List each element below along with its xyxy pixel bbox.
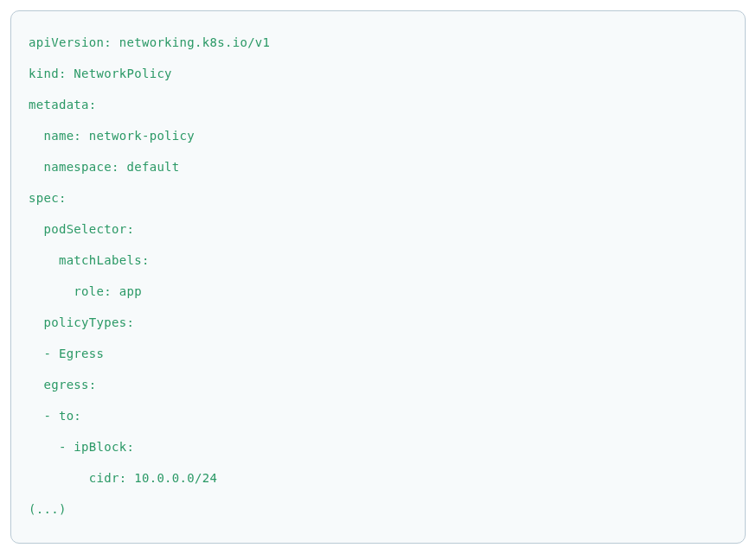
code-line: egress: [29, 369, 727, 400]
code-line: matchLabels: [29, 245, 727, 276]
code-line: name: network-policy [29, 120, 727, 151]
code-line: cidr: 10.0.0.0/24 [29, 462, 727, 494]
code-line: role: app [29, 276, 727, 307]
code-line: apiVersion: networking.k8s.io/v1 [29, 27, 727, 58]
code-line: namespace: default [29, 151, 727, 182]
code-line: kind: NetworkPolicy [29, 58, 727, 89]
code-line: - Egress [29, 338, 727, 369]
code-block: apiVersion: networking.k8s.io/v1 kind: N… [10, 10, 746, 544]
code-line: (...) [29, 494, 727, 525]
code-line: spec: [29, 182, 727, 213]
code-line: podSelector: [29, 213, 727, 245]
code-line: - to: [29, 400, 727, 431]
code-line: - ipBlock: [29, 431, 727, 462]
code-line: policyTypes: [29, 307, 727, 338]
code-line: metadata: [29, 89, 727, 120]
